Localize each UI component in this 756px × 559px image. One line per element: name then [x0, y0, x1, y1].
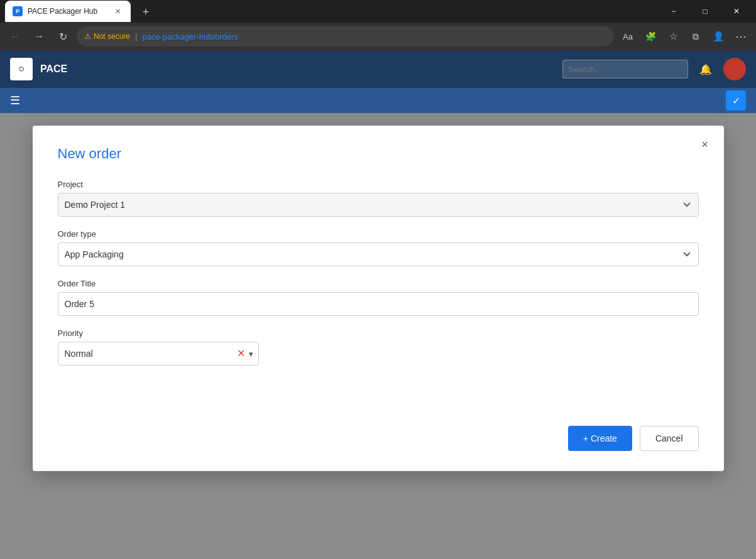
- project-field-group: Project Demo Project 1: [58, 180, 699, 217]
- browser-nav-actions: Aa 🧩 ☆ ⧉ 👤 ⋯: [618, 26, 751, 46]
- app-nav-bar: ☰ ✓: [0, 88, 756, 113]
- more-button[interactable]: ⋯: [731, 26, 751, 46]
- browser-settings-button[interactable]: Aa: [618, 26, 638, 46]
- order-type-label: Order type: [58, 229, 699, 239]
- profile-button[interactable]: 👤: [708, 26, 728, 46]
- tab-title: PACE Packager Hub: [28, 7, 107, 16]
- warning-icon: ⚠: [84, 32, 91, 41]
- order-type-select[interactable]: App Packaging App Repackaging Other: [58, 242, 699, 266]
- forward-button[interactable]: →: [29, 26, 49, 46]
- app-title: PACE: [40, 63, 67, 75]
- project-select[interactable]: Demo Project 1: [58, 193, 699, 217]
- modal-footer: + Create Cancel: [58, 416, 699, 451]
- priority-label: Priority: [58, 328, 699, 338]
- close-window-button[interactable]: ✕: [722, 2, 751, 21]
- modal-overlay: × New order Project Demo Project 1 Order…: [0, 113, 756, 559]
- user-avatar[interactable]: [723, 58, 746, 80]
- order-title-input[interactable]: [58, 292, 699, 316]
- hamburger-menu[interactable]: ☰: [10, 94, 20, 107]
- refresh-button[interactable]: ↻: [53, 26, 73, 46]
- maximize-button[interactable]: □: [691, 2, 720, 21]
- tab-close-button[interactable]: ✕: [112, 6, 123, 17]
- order-title-field-group: Order Title: [58, 279, 699, 316]
- app-header: ⬡ PACE 🔔: [0, 50, 756, 88]
- minimize-button[interactable]: −: [659, 2, 688, 21]
- app-logo: ⬡: [10, 58, 33, 80]
- modal-close-button[interactable]: ×: [696, 136, 714, 153]
- order-type-field-group: Order type App Packaging App Repackaging…: [58, 229, 699, 266]
- confirm-nav-button[interactable]: ✓: [726, 90, 746, 111]
- new-tab-button[interactable]: +: [136, 2, 156, 22]
- browser-title-bar: P PACE Packager Hub ✕ + − □ ✕: [0, 0, 756, 23]
- security-warning: ⚠ Not secure: [84, 32, 130, 41]
- collections-button[interactable]: ⧉: [686, 26, 706, 46]
- app-area: ⬡ PACE 🔔 ☰ ✓ × New order Project Demo Pr…: [0, 50, 756, 559]
- priority-field-group: Priority Normal ✕ ▾: [58, 328, 699, 366]
- browser-tab-active[interactable]: P PACE Packager Hub ✕: [5, 1, 131, 22]
- browser-nav-bar: ← → ↻ ⚠ Not secure | pace-packager-hub/o…: [0, 23, 756, 50]
- address-text: pace-packager-hub/orders: [142, 32, 238, 41]
- cancel-button[interactable]: Cancel: [640, 426, 699, 451]
- modal-title: New order: [58, 146, 699, 162]
- extensions-button[interactable]: 🧩: [640, 26, 660, 46]
- address-separator: |: [135, 32, 137, 41]
- new-order-modal: × New order Project Demo Project 1 Order…: [33, 126, 724, 471]
- project-label: Project: [58, 180, 699, 189]
- priority-chevron-down-icon: ▾: [249, 349, 253, 359]
- tab-favicon: P: [13, 6, 23, 16]
- header-search-input[interactable]: [562, 60, 688, 79]
- window-controls: − □ ✕: [659, 2, 751, 21]
- app-content: × New order Project Demo Project 1 Order…: [0, 113, 756, 559]
- order-title-label: Order Title: [58, 279, 699, 288]
- create-button[interactable]: + Create: [568, 426, 632, 451]
- priority-value: Normal: [65, 349, 237, 359]
- address-bar[interactable]: ⚠ Not secure | pace-packager-hub/orders: [77, 26, 614, 46]
- priority-clear-button[interactable]: ✕: [237, 349, 245, 359]
- back-button[interactable]: ←: [5, 26, 25, 46]
- favorites-button[interactable]: ☆: [663, 26, 683, 46]
- notifications-button[interactable]: 🔔: [696, 59, 716, 79]
- priority-select-wrapper[interactable]: Normal ✕ ▾: [58, 342, 259, 366]
